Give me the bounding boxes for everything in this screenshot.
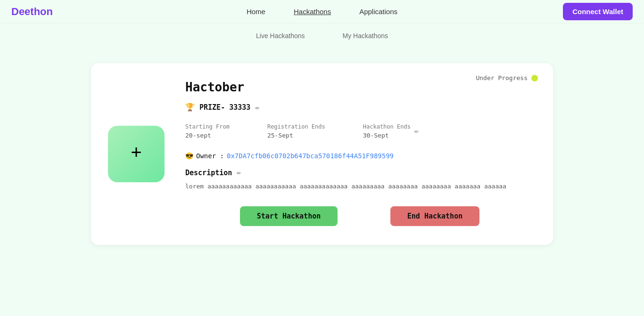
sub-nav-live-hackathons[interactable]: Live Hackathons — [256, 32, 305, 40]
owner-address: 0x7DA7cfb06c0702b647bca570186f44A51F9895… — [227, 152, 394, 160]
owner-label: Owner : — [196, 152, 224, 160]
main-content: + Under Progress Hactober 🏆 PRIZE- 33333… — [0, 44, 644, 264]
start-hackathon-button[interactable]: Start Hackathon — [240, 206, 338, 226]
hackathon-card: + Under Progress Hactober 🏆 PRIZE- 33333… — [91, 63, 553, 245]
prize-row: 🏆 PRIZE- 33333 ✏ — [185, 103, 534, 112]
description-edit-icon[interactable]: ✏ — [237, 168, 241, 177]
sub-nav: Live Hackathons My Hackathons — [0, 24, 644, 44]
nav-item-hackathons[interactable]: Hackathons — [294, 8, 331, 16]
registration-ends-label: Registration Ends — [267, 123, 325, 130]
end-hackathon-button[interactable]: End Hackathon — [390, 206, 479, 226]
trophy-icon: 🏆 — [185, 103, 195, 112]
hackathon-ends-value: 30-Sept — [363, 132, 411, 139]
hackathon-end-date: Hackathon Ends 30-Sept — [363, 123, 411, 139]
dates-row: Starting From 20-sept Registration Ends … — [185, 123, 534, 139]
action-buttons: Start Hackathon End Hackathon — [185, 206, 534, 226]
prize-edit-icon[interactable]: ✏ — [255, 103, 259, 112]
hackathon-icon: + — [108, 126, 165, 182]
hackathon-ends-edit-icon[interactable]: ✏ — [414, 127, 419, 136]
description-title: Description — [185, 169, 232, 177]
header: Deethon Home Hackathons Applications Con… — [0, 0, 644, 24]
prize-label: PRIZE- 33333 — [199, 103, 250, 112]
registration-ends-group: Registration Ends 25-Sept — [267, 123, 325, 139]
description-text: lorem aaaaaaaaaaaa aaaaaaaaaaa aaaaaaaaa… — [185, 182, 534, 191]
connect-wallet-button[interactable]: Connect Wallet — [563, 3, 633, 20]
registration-ends-value: 25-Sept — [267, 132, 325, 139]
status-dot — [531, 75, 538, 81]
main-nav: Home Hackathons Applications — [247, 8, 397, 16]
cool-emoji-icon: 😎 — [185, 152, 193, 160]
starting-from-label: Starting From — [185, 123, 230, 130]
hackathon-title: Hactober — [185, 80, 534, 94]
hackathon-ends-label: Hackathon Ends — [363, 123, 411, 130]
logo[interactable]: Deethon — [11, 6, 53, 18]
status-label: Under Progress — [476, 74, 528, 81]
starting-from-group: Starting From 20-sept — [185, 123, 230, 139]
owner-row: 😎 Owner : 0x7DA7cfb06c0702b647bca570186f… — [185, 152, 534, 160]
status-area: Under Progress — [476, 74, 538, 81]
starting-from-value: 20-sept — [185, 132, 230, 139]
nav-item-applications[interactable]: Applications — [359, 8, 397, 16]
nav-item-home[interactable]: Home — [247, 8, 265, 16]
description-row: Description ✏ — [185, 168, 534, 177]
sub-nav-my-hackathons[interactable]: My Hackathons — [343, 32, 388, 40]
hackathon-ends-group: Hackathon Ends 30-Sept ✏ — [363, 123, 419, 139]
plus-icon: + — [131, 143, 142, 164]
